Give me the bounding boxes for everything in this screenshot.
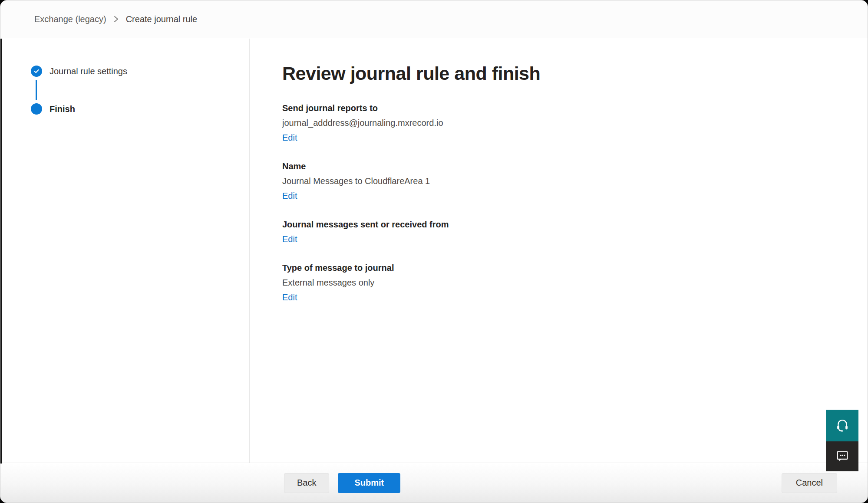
wizard-step-label: Finish <box>50 104 75 114</box>
step-connector-line <box>36 80 37 100</box>
edit-link-send-journal-reports[interactable]: Edit <box>282 132 297 144</box>
section-label: Journal messages sent or received from <box>282 219 842 230</box>
section-label: Send journal reports to <box>282 102 842 114</box>
step-current-dot-icon <box>31 103 42 115</box>
section-label: Name <box>282 161 842 172</box>
breadcrumb-current-page: Create journal rule <box>126 14 198 24</box>
review-section-name: Name Journal Messages to CloudflareArea … <box>282 161 842 202</box>
top-header-bar: Exchange (legacy) Create journal rule <box>0 0 868 38</box>
footer-action-bar: Back Submit Cancel <box>0 463 868 503</box>
review-pane: Review journal rule and finish Send jour… <box>250 39 868 463</box>
review-section-send-journal-reports-to: Send journal reports to journal_adddress… <box>282 102 842 144</box>
breadcrumb-exchange-legacy-link[interactable]: Exchange (legacy) <box>34 14 106 24</box>
chevron-right-icon <box>113 15 119 23</box>
wizard-step-journal-rule-settings[interactable]: Journal rule settings <box>31 66 249 77</box>
back-button[interactable]: Back <box>284 473 329 493</box>
edit-link-journal-messages-from[interactable]: Edit <box>282 233 297 245</box>
section-value: External messages only <box>282 277 842 289</box>
edit-link-name[interactable]: Edit <box>282 190 297 202</box>
section-value: journal_adddress@journaling.mxrecord.io <box>282 117 842 129</box>
review-section-type-of-message: Type of message to journal External mess… <box>282 262 842 303</box>
headset-icon <box>835 418 850 434</box>
cancel-button[interactable]: Cancel <box>782 473 837 493</box>
content-area: Journal rule settings Finish Review jour… <box>0 39 868 463</box>
feedback-chat-icon <box>835 448 850 465</box>
wizard-step-label: Journal rule settings <box>50 66 127 76</box>
feedback-button[interactable] <box>826 441 858 471</box>
wizard-step-finish[interactable]: Finish <box>31 103 249 115</box>
step-completed-check-icon <box>31 66 42 77</box>
help-button[interactable] <box>826 410 858 441</box>
breadcrumb: Exchange (legacy) Create journal rule <box>34 14 197 24</box>
exchange-admin-window: Exchange (legacy) Create journal rule Jo… <box>0 0 868 503</box>
wizard-steps-panel: Journal rule settings Finish <box>0 39 250 463</box>
edit-link-type-of-message[interactable]: Edit <box>282 292 297 303</box>
review-section-journal-messages-from: Journal messages sent or received from E… <box>282 219 842 245</box>
left-edge-strip <box>0 39 2 464</box>
section-label: Type of message to journal <box>282 262 842 274</box>
page-title: Review journal rule and finish <box>282 63 842 84</box>
submit-button[interactable]: Submit <box>338 473 400 493</box>
section-value: Journal Messages to CloudflareArea 1 <box>282 175 842 187</box>
